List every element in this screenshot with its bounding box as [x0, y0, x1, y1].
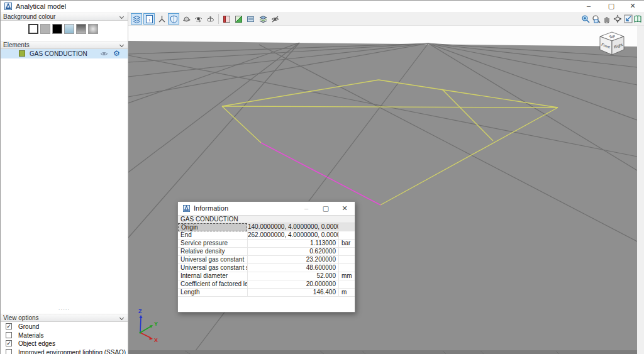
- swatch-sky-gradient[interactable]: [64, 24, 74, 34]
- window-close-button[interactable]: ✕: [622, 1, 643, 12]
- property-value: 146.400: [247, 289, 338, 297]
- property-row[interactable]: Service pressure1.113000bar: [178, 240, 355, 248]
- document-info-icon[interactable]: i: [143, 13, 155, 25]
- dialog-maximize-button[interactable]: ▢: [316, 202, 335, 215]
- view-option-label: Improved environment lighting (SSAO): [18, 349, 126, 354]
- property-unit: [338, 223, 355, 231]
- model-stack-icon[interactable]: [257, 13, 269, 25]
- gear-icon[interactable]: ⚙: [113, 49, 120, 58]
- swatch-dark-grey-gradient[interactable]: [76, 24, 86, 34]
- property-row[interactable]: Length146.400m: [178, 289, 355, 297]
- background-colour-header[interactable]: Background colour: [1, 13, 128, 21]
- checked-checkbox[interactable]: ✓: [6, 323, 12, 329]
- property-value: 140.0000000, 4.0000000, 0.0000000: [247, 223, 338, 231]
- property-unit: m: [338, 289, 355, 297]
- main-toolbar: i: [128, 12, 644, 26]
- property-unit: [338, 248, 355, 256]
- navigation-cube[interactable]: Top Front Right: [600, 32, 624, 55]
- property-label: Service pressure: [178, 240, 247, 248]
- property-value: 262.0000000, 4.0000000, 0.0000000: [247, 231, 338, 240]
- information-dialog-titlebar[interactable]: Information – ▢ ✕: [178, 202, 355, 215]
- property-value: 48.600000: [247, 264, 338, 272]
- property-row[interactable]: Internal diameter52.000mm: [178, 272, 355, 280]
- window-maximize-button[interactable]: ▢: [601, 1, 622, 12]
- pan-icon[interactable]: [601, 13, 613, 25]
- property-row[interactable]: End262.0000000, 4.0000000, 0.0000000: [178, 231, 355, 240]
- chevron-down-icon: [119, 316, 124, 320]
- section-box-icon[interactable]: [221, 13, 232, 25]
- checked-checkbox[interactable]: ✓: [6, 340, 12, 346]
- swatch-black[interactable]: [52, 24, 62, 34]
- view-option-label: Ground: [18, 323, 39, 330]
- panel-splitter-handle[interactable]: ·····: [1, 308, 128, 313]
- window-titlebar: Analytical model – ▢ ✕: [1, 1, 644, 12]
- view-option-row: ✓Object edges: [1, 340, 128, 348]
- element-colour-swatch: [19, 50, 25, 57]
- property-label: Relative density: [178, 248, 247, 256]
- property-row[interactable]: Universal gas constant23.200000: [178, 256, 355, 264]
- property-row[interactable]: Universal gas constant squared48.600000: [178, 264, 355, 272]
- svg-text:Y: Y: [154, 321, 158, 327]
- layers-icon[interactable]: [131, 13, 142, 25]
- element-row-gas-conduction[interactable]: GAS CONDUCTION ⚙: [1, 49, 128, 58]
- information-dialog: Information – ▢ ✕ GAS CONDUCTION Origin1…: [177, 201, 355, 313]
- window-title: Analytical model: [16, 3, 66, 10]
- elements-header[interactable]: Elements: [1, 41, 128, 49]
- view-option-row: ✓Ground: [1, 323, 128, 331]
- hide-elements-icon[interactable]: [269, 13, 280, 25]
- chevron-down-icon: [119, 43, 124, 47]
- background-colour-swatches: [1, 23, 128, 41]
- views-book-icon[interactable]: [632, 13, 643, 25]
- look-around-icon[interactable]: [192, 13, 204, 25]
- clip-panel-icon[interactable]: [245, 13, 256, 25]
- property-label: Length: [178, 289, 247, 297]
- toolbar-separator: [218, 14, 219, 24]
- property-value: 20.000000: [247, 280, 338, 289]
- property-unit: mm: [338, 272, 355, 280]
- unchecked-checkbox[interactable]: [6, 332, 12, 338]
- property-label: End: [178, 231, 247, 240]
- turntable-icon[interactable]: [204, 13, 216, 25]
- dialog-close-button[interactable]: ✕: [335, 202, 354, 215]
- visibility-eye-icon[interactable]: [100, 51, 108, 57]
- swatch-grey-radial-gradient[interactable]: [88, 24, 98, 34]
- property-label: Origin: [178, 223, 247, 231]
- swatch-light-grey[interactable]: [40, 24, 50, 34]
- property-label: Internal diameter: [178, 272, 247, 280]
- orbit-icon[interactable]: [180, 13, 192, 25]
- viewport-bottom-strip: [128, 350, 637, 354]
- dialog-element-header: GAS CONDUCTION: [178, 215, 355, 223]
- axes-tripod-icon[interactable]: [156, 13, 167, 25]
- section-plane-icon[interactable]: [233, 13, 244, 25]
- view-options-header[interactable]: View options: [1, 314, 128, 322]
- sidebar: Background colour Elements GAS CONDUCTIO…: [1, 12, 128, 354]
- swatch-white[interactable]: [28, 24, 38, 34]
- property-row[interactable]: Coefficient of factored length20.000000: [178, 280, 355, 289]
- property-unit: [338, 264, 355, 272]
- chevron-down-icon: [119, 14, 124, 19]
- property-value: 52.000: [247, 272, 338, 280]
- property-label: Universal gas constant: [178, 256, 247, 264]
- property-row[interactable]: Relative density0.620000: [178, 248, 355, 256]
- zoom-window-icon[interactable]: [591, 13, 602, 25]
- shield-icon[interactable]: [168, 13, 179, 25]
- right-side-strip: [637, 26, 644, 354]
- property-row[interactable]: Origin140.0000000, 4.0000000, 0.0000000: [178, 223, 355, 231]
- navigate-icon[interactable]: [612, 13, 623, 25]
- app-icon: [4, 3, 12, 10]
- zoom-all-icon[interactable]: [580, 13, 591, 25]
- dialog-minimize-button[interactable]: –: [297, 202, 316, 215]
- unchecked-checkbox[interactable]: [6, 349, 12, 354]
- dialog-app-icon: [183, 205, 190, 212]
- property-unit: [338, 231, 355, 240]
- element-label: GAS CONDUCTION: [30, 50, 87, 57]
- property-unit: [338, 256, 355, 264]
- property-unit: [338, 280, 355, 289]
- property-unit: bar: [338, 240, 355, 248]
- property-value: 1.113000: [247, 240, 338, 248]
- view-option-label: Materials: [18, 332, 44, 339]
- window-minimize-button[interactable]: –: [578, 1, 599, 12]
- property-label: Coefficient of factored length: [178, 280, 247, 289]
- property-label: Universal gas constant squared: [178, 264, 247, 272]
- svg-text:Z: Z: [138, 308, 142, 314]
